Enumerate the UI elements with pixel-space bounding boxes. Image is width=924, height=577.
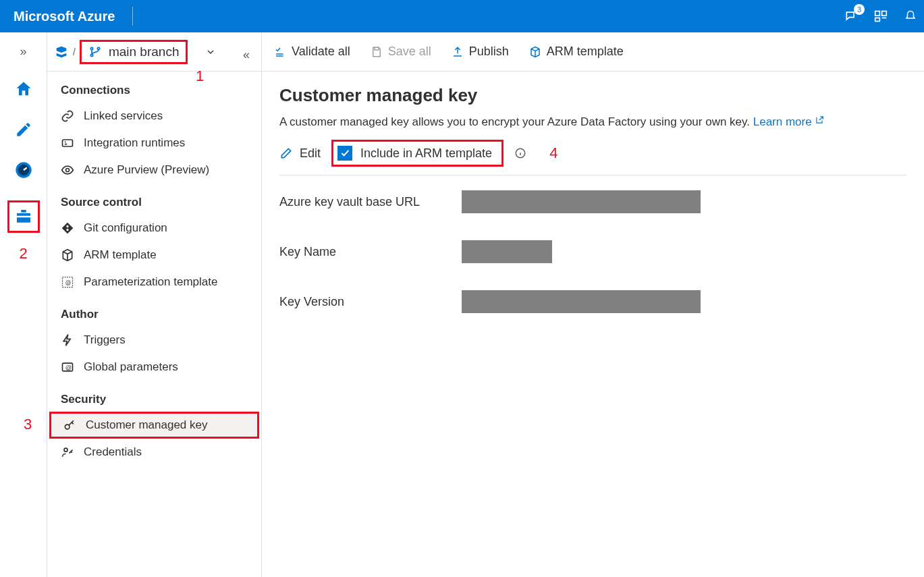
svg-rect-0 xyxy=(875,11,880,16)
sidebar-item-label: Git configuration xyxy=(84,221,167,235)
git-branch-icon xyxy=(88,45,102,59)
annotation-4: 4 xyxy=(549,144,558,162)
intro-text: A customer managed key allows you to enc… xyxy=(279,115,906,129)
svg-rect-1 xyxy=(882,11,887,16)
publish-button[interactable]: Publish xyxy=(452,45,509,59)
field-key-vault-url: Azure key vault base URL xyxy=(279,190,906,213)
intro-text-span: A customer managed key allows you to enc… xyxy=(279,115,753,128)
git-icon xyxy=(61,221,74,235)
svg-point-15 xyxy=(65,424,70,429)
field-key-name: Key Name xyxy=(279,240,906,263)
upload-icon xyxy=(452,46,464,58)
key-icon xyxy=(63,418,76,432)
sidebar-item-linked-services[interactable]: Linked services xyxy=(47,103,261,130)
azure-top-bar: Microsoft Azure 3 xyxy=(0,0,924,32)
edit-label: Edit xyxy=(300,146,321,161)
home-icon[interactable] xyxy=(13,79,34,99)
author-pencil-icon[interactable] xyxy=(13,119,34,140)
sidebar-item-label: Linked services xyxy=(84,109,163,123)
section-connections: Connections xyxy=(47,72,261,103)
cube-icon xyxy=(529,46,541,58)
content-area: Validate all Save all Publish ARM templa… xyxy=(262,32,924,577)
sidebar-item-label: Integration runtimes xyxy=(84,136,185,150)
branch-label: main branch xyxy=(109,45,180,59)
sidebar-item-integration-runtimes[interactable]: Integration runtimes xyxy=(47,130,261,157)
link-icon xyxy=(61,109,74,123)
at-icon: @ xyxy=(61,360,74,374)
sidebar-item-credentials[interactable]: Credentials xyxy=(47,439,261,466)
sidebar-item-customer-managed-key[interactable]: Customer managed key xyxy=(49,412,259,439)
sidebar-item-azure-purview[interactable]: Azure Purview (Preview) xyxy=(47,157,261,184)
bolt-icon xyxy=(61,333,74,347)
checkbox-checked-icon[interactable] xyxy=(337,146,352,161)
sidebar-item-arm-template[interactable]: ARM template xyxy=(47,242,261,269)
panel-icon[interactable] xyxy=(874,9,888,23)
learn-more-link[interactable]: Learn more xyxy=(753,115,824,128)
breadcrumb-toolbar: / main branch 1 « xyxy=(47,32,261,72)
action-label: Publish xyxy=(469,45,509,59)
brand-label: Microsoft Azure xyxy=(13,9,128,24)
sidebar-item-global-params[interactable]: @ Global parameters xyxy=(47,354,261,381)
external-link-icon xyxy=(815,115,824,125)
svg-text:@: @ xyxy=(65,279,71,286)
field-label: Key Version xyxy=(279,295,462,309)
manage-side-panel: / main branch 1 « Connections Linked ser… xyxy=(47,32,262,577)
field-key-version: Key Version xyxy=(279,290,906,313)
branch-selector[interactable]: main branch xyxy=(80,40,188,64)
feedback-icon[interactable]: 3 xyxy=(844,9,858,23)
info-icon[interactable] xyxy=(514,147,526,159)
runtime-icon xyxy=(61,136,74,150)
parameter-icon: @ xyxy=(61,275,74,289)
field-label: Key Name xyxy=(279,245,462,259)
svg-point-7 xyxy=(90,54,92,56)
sidebar-item-triggers[interactable]: Triggers xyxy=(47,327,261,354)
sidebar-item-label: Global parameters xyxy=(84,360,178,374)
notification-badge: 3 xyxy=(854,4,865,15)
sidebar-item-label: ARM template xyxy=(84,248,157,262)
redacted-value xyxy=(462,190,701,213)
expand-rail-icon[interactable]: » xyxy=(20,45,26,59)
cube-icon xyxy=(61,248,74,262)
svg-rect-9 xyxy=(63,140,73,146)
manage-toolbox-icon[interactable] xyxy=(7,200,40,233)
section-author: Author xyxy=(47,296,261,327)
annotation-2: 2 xyxy=(19,245,27,263)
svg-point-8 xyxy=(97,47,99,49)
validate-all-button[interactable]: Validate all xyxy=(274,45,350,59)
annotation-1: 1 xyxy=(196,67,204,85)
svg-point-6 xyxy=(90,47,92,49)
include-in-arm-checkbox-group[interactable]: Include in ARM template xyxy=(331,140,504,167)
brand-divider xyxy=(132,7,133,26)
pencil-icon xyxy=(279,146,293,160)
arm-template-button[interactable]: ARM template xyxy=(529,45,624,59)
monitor-gauge-icon[interactable] xyxy=(13,160,34,180)
svg-rect-2 xyxy=(875,18,880,22)
page-title: Customer managed key xyxy=(279,85,906,106)
sidebar-item-label: Azure Purview (Preview) xyxy=(84,163,209,177)
sidebar-item-git-config[interactable]: Git configuration xyxy=(47,215,261,242)
section-security: Security xyxy=(47,381,261,412)
svg-point-10 xyxy=(66,169,70,172)
sidebar-item-label: Customer managed key xyxy=(86,418,207,432)
redacted-value xyxy=(462,240,552,263)
annotation-3: 3 xyxy=(24,416,32,433)
save-all-button: Save all xyxy=(371,45,431,59)
include-label: Include in ARM template xyxy=(360,146,492,161)
collapse-panel-icon[interactable]: « xyxy=(243,48,250,62)
data-factory-icon xyxy=(54,45,69,59)
edit-button[interactable]: Edit xyxy=(279,146,321,161)
action-label: Validate all xyxy=(292,45,350,59)
svg-rect-5 xyxy=(17,216,30,218)
checklist-icon xyxy=(274,46,286,58)
sidebar-item-label: Triggers xyxy=(84,333,126,347)
left-icon-rail: » 2 xyxy=(0,32,47,577)
sidebar-item-parameterization[interactable]: @ Parameterization template xyxy=(47,269,261,296)
svg-rect-17 xyxy=(375,47,379,50)
sidebar-item-label: Parameterization template xyxy=(84,275,217,289)
person-key-icon xyxy=(61,445,74,459)
notification-bell-icon[interactable] xyxy=(904,9,917,23)
actions-toolbar: Validate all Save all Publish ARM templa… xyxy=(262,32,924,72)
chevron-down-icon[interactable] xyxy=(205,47,216,57)
svg-point-16 xyxy=(64,448,67,451)
svg-text:@: @ xyxy=(65,364,72,371)
